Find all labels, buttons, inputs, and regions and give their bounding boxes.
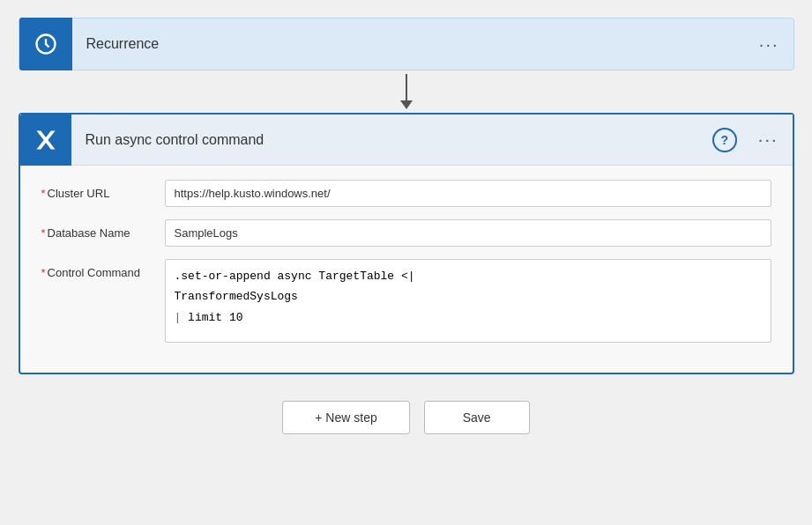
control-command-label: *Control Command	[41, 259, 165, 279]
save-button[interactable]: Save	[424, 401, 530, 434]
action-title: Run async control command	[71, 132, 712, 148]
cluster-url-label: *Cluster URL	[41, 180, 165, 200]
clock-icon	[34, 32, 58, 56]
database-name-input[interactable]	[165, 219, 771, 247]
control-command-input[interactable]: .set-or-append async TargetTable <| Tran…	[165, 259, 771, 343]
action-card: Run async control command ? ··· *Cluster…	[19, 113, 794, 374]
cluster-url-input[interactable]	[165, 180, 771, 207]
kusto-icon	[34, 128, 58, 152]
recurrence-icon-box	[19, 18, 72, 70]
action-card-body: *Cluster URL *Database Name *Control Com…	[20, 166, 793, 373]
recurrence-card: Recurrence ···	[19, 18, 794, 70]
cluster-url-row: *Cluster URL	[41, 180, 771, 207]
action-help-button[interactable]: ?	[712, 128, 737, 152]
database-name-required: *	[41, 226, 46, 240]
recurrence-menu-button[interactable]: ···	[745, 34, 793, 55]
arrow-connector	[400, 74, 413, 109]
action-menu-button[interactable]: ···	[744, 129, 793, 150]
action-icon-box	[20, 115, 71, 166]
bottom-actions: + New step Save	[282, 401, 529, 434]
database-name-label: *Database Name	[41, 219, 165, 240]
recurrence-title: Recurrence	[72, 36, 745, 52]
new-step-button[interactable]: + New step	[282, 401, 409, 434]
flow-container: Recurrence ··· Run async control command…	[19, 18, 794, 434]
action-card-header: Run async control command ? ···	[20, 115, 793, 166]
control-command-required: *	[41, 266, 46, 279]
arrow-head	[400, 100, 413, 109]
arrow-line	[406, 74, 407, 100]
database-name-row: *Database Name	[41, 219, 771, 247]
cluster-url-required: *	[41, 187, 46, 200]
command-line-2: TransformedSysLogs	[175, 286, 762, 307]
command-line-1: .set-or-append async TargetTable <|	[175, 266, 762, 286]
control-command-row: *Control Command .set-or-append async Ta…	[41, 259, 771, 343]
command-line-3: | limit 10	[175, 307, 762, 328]
